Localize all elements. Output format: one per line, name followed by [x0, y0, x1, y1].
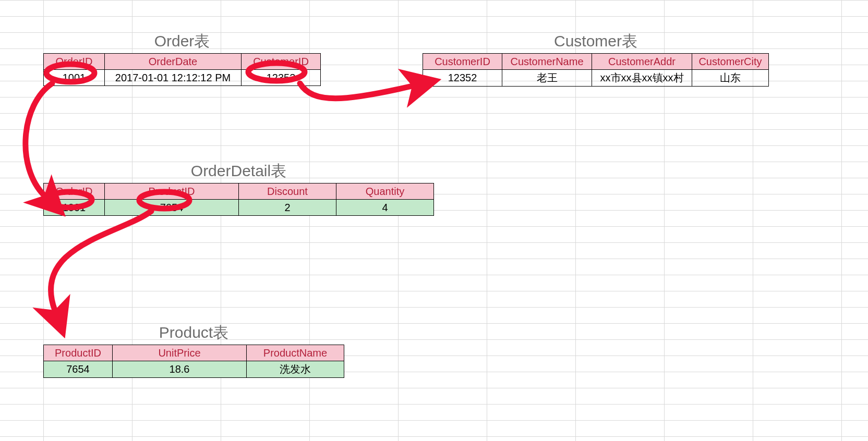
orderdetail-col-orderid[interactable]: OrderID	[44, 183, 105, 200]
orderdetail-row[interactable]: 1001 7654 2 4	[44, 200, 434, 216]
product-row[interactable]: 7654 18.6 洗发水	[44, 361, 344, 378]
product-col-price[interactable]: UnitPrice	[113, 345, 247, 361]
product-table: Product表 ProductID UnitPrice ProductName…	[43, 322, 344, 378]
customer-cell-name[interactable]: 老王	[502, 70, 592, 87]
orderdetail-table-title: OrderDetail表	[43, 161, 434, 182]
product-cell-price[interactable]: 18.6	[113, 361, 247, 378]
product-cell-name[interactable]: 洗发水	[247, 361, 344, 378]
orderdetail-col-discount[interactable]: Discount	[239, 183, 336, 200]
order-table: Order表 OrderID OrderDate CustomerID 1001…	[43, 31, 321, 86]
customer-cell-addr[interactable]: xx市xx县xx镇xx村	[592, 70, 692, 87]
customer-col-city[interactable]: CustomerCity	[692, 54, 769, 70]
order-cell-custid[interactable]: 12352	[242, 70, 321, 86]
orderdetail-col-quantity[interactable]: Quantity	[336, 183, 434, 200]
order-col-custid[interactable]: CustomerID	[242, 54, 321, 70]
orderdetail-cell-orderid[interactable]: 1001	[44, 200, 105, 216]
orderdetail-table: OrderDetail表 OrderID ProductID Discount …	[43, 161, 434, 216]
customer-col-id[interactable]: CustomerID	[423, 54, 502, 70]
orderdetail-cell-discount[interactable]: 2	[239, 200, 336, 216]
orderdetail-col-prodid[interactable]: ProductID	[105, 183, 239, 200]
product-cell-id[interactable]: 7654	[44, 361, 113, 378]
customer-table: Customer表 CustomerID CustomerName Custom…	[423, 31, 769, 87]
orderdetail-cell-prodid[interactable]: 7654	[105, 200, 239, 216]
order-col-orderdate[interactable]: OrderDate	[105, 54, 242, 70]
customer-table-title: Customer表	[423, 31, 769, 52]
product-col-id[interactable]: ProductID	[44, 345, 113, 361]
order-col-orderid[interactable]: OrderID	[44, 54, 105, 70]
order-row[interactable]: 1001 2017-01-01 12:12:12 PM 12352	[44, 70, 321, 86]
customer-cell-city[interactable]: 山东	[692, 70, 769, 87]
customer-col-name[interactable]: CustomerName	[502, 54, 592, 70]
order-table-title: Order表	[43, 31, 321, 52]
order-cell-orderdate[interactable]: 2017-01-01 12:12:12 PM	[105, 70, 242, 86]
product-col-name[interactable]: ProductName	[247, 345, 344, 361]
customer-cell-id[interactable]: 12352	[423, 70, 502, 87]
order-cell-orderid[interactable]: 1001	[44, 70, 105, 86]
product-table-title: Product表	[43, 322, 344, 344]
customer-col-addr[interactable]: CustomerAddr	[592, 54, 692, 70]
customer-row[interactable]: 12352 老王 xx市xx县xx镇xx村 山东	[423, 70, 769, 87]
orderdetail-cell-quantity[interactable]: 4	[336, 200, 434, 216]
